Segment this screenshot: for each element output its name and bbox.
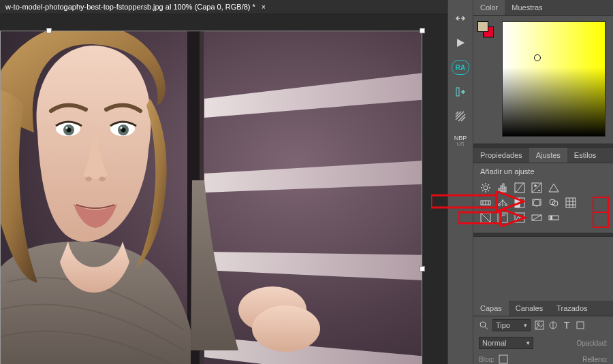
brightness-icon[interactable]: [480, 182, 491, 193]
transform-handle[interactable]: [420, 28, 425, 33]
channel-mixer-icon[interactable]: [548, 197, 559, 208]
ra-plugin-icon[interactable]: RA: [452, 60, 469, 75]
svg-marker-19: [457, 39, 465, 47]
tab-layers[interactable]: Capas: [473, 301, 509, 316]
svg-point-30: [499, 204, 501, 206]
collapse-icon[interactable]: [452, 11, 469, 26]
svg-rect-20: [456, 88, 459, 96]
vertical-icon-strip: RA NBP US: [447, 0, 473, 364]
vibrance-icon[interactable]: [548, 182, 559, 193]
gradient-map-icon[interactable]: [531, 212, 542, 223]
opacity-label: Opacidad:: [576, 340, 608, 347]
color-picker-cursor[interactable]: [534, 54, 541, 61]
filter-image-icon[interactable]: [535, 320, 544, 330]
color-lookup-icon[interactable]: [565, 197, 576, 208]
filter-type-icon[interactable]: [562, 320, 571, 330]
threshold-icon[interactable]: [514, 212, 525, 223]
blend-mode-value: Normal: [482, 339, 506, 347]
tab-color[interactable]: Color: [473, 0, 505, 15]
svg-rect-22: [499, 188, 500, 192]
selective-color-icon[interactable]: [548, 212, 559, 223]
hue-sat-icon[interactable]: [480, 197, 491, 208]
tab-paths[interactable]: Trazados: [550, 301, 594, 316]
nbp-plugin-icon[interactable]: NBP US: [452, 133, 469, 148]
transform-handle[interactable]: [420, 266, 425, 271]
blend-mode-dropdown[interactable]: Normal▾: [479, 337, 533, 349]
close-document-icon[interactable]: ×: [262, 3, 266, 11]
nbp-sublabel: US: [456, 142, 464, 147]
foreground-color-swatch[interactable]: [477, 21, 488, 32]
svg-marker-28: [549, 184, 559, 192]
exposure-icon[interactable]: [531, 182, 542, 193]
svg-rect-44: [550, 216, 552, 220]
color-panel-tabs: Color Muestras: [473, 0, 613, 16]
svg-rect-33: [515, 198, 520, 208]
svg-rect-53: [577, 322, 584, 329]
tab-adjustments[interactable]: Ajustes: [529, 148, 567, 163]
color-picker-field[interactable]: [502, 21, 606, 137]
posterize-icon[interactable]: [497, 212, 508, 223]
svg-point-51: [537, 323, 539, 325]
svg-rect-24: [503, 184, 504, 192]
lock-all-icon[interactable]: [499, 354, 508, 364]
play-icon[interactable]: [452, 35, 469, 50]
canvas-area: w-to-model-photogaphy-best-top-fstoppers…: [0, 0, 447, 364]
svg-rect-25: [505, 187, 506, 192]
tab-swatches[interactable]: Muestras: [505, 0, 549, 15]
document-title: w-to-model-photogaphy-best-top-fstoppers…: [5, 3, 255, 11]
levels-icon[interactable]: [497, 182, 508, 193]
search-icon[interactable]: [479, 320, 488, 330]
curves-icon[interactable]: [514, 182, 525, 193]
layers-panel: Capas Canales Trazados Tipo▾ Normal▾: [473, 301, 613, 364]
add-tool-icon[interactable]: [452, 84, 469, 99]
fill-label: Relleno:: [582, 356, 608, 363]
svg-point-31: [505, 204, 507, 206]
svg-point-21: [484, 186, 488, 190]
svg-rect-23: [501, 186, 502, 192]
tab-properties[interactable]: Propiedades: [473, 148, 529, 163]
photo-filter-icon[interactable]: [531, 197, 542, 208]
filter-adjust-icon[interactable]: [548, 320, 558, 330]
adjustments-panel: Propiedades Ajustes Estilos Añadir un aj…: [473, 148, 613, 233]
hatch-icon[interactable]: [452, 109, 469, 124]
foreground-background-swatch[interactable]: [477, 21, 495, 39]
right-panels: Color Muestras Propiedades Ajustes Est: [473, 0, 613, 364]
lock-label: Bloq:: [479, 356, 494, 363]
tab-channels[interactable]: Canales: [509, 301, 550, 316]
svg-rect-38: [566, 198, 576, 208]
color-panel: Color Muestras: [473, 0, 613, 137]
adjustment-icon-grid: [473, 182, 613, 223]
color-balance-icon[interactable]: [497, 197, 508, 208]
document-tab[interactable]: w-to-model-photogaphy-best-top-fstoppers…: [0, 0, 447, 14]
svg-rect-54: [499, 355, 507, 363]
invert-icon[interactable]: [480, 212, 491, 223]
transform-handle[interactable]: [46, 28, 52, 33]
transform-bounding-box[interactable]: [0, 31, 422, 364]
svg-point-49: [480, 322, 486, 327]
layer-filter-dropdown[interactable]: Tipo▾: [492, 319, 531, 331]
viewport[interactable]: [0, 14, 447, 364]
layer-filter-label: Tipo: [496, 321, 510, 329]
tab-styles[interactable]: Estilos: [567, 148, 603, 163]
adjust-panel-tabs: Propiedades Ajustes Estilos: [473, 148, 613, 163]
layers-panel-tabs: Capas Canales Trazados: [473, 301, 613, 316]
black-white-icon[interactable]: [514, 197, 525, 208]
add-adjustment-label: Añadir un ajuste: [473, 163, 613, 178]
app-root: w-to-model-photogaphy-best-top-fstoppers…: [0, 0, 613, 364]
filter-shape-icon[interactable]: [576, 320, 585, 330]
svg-rect-40: [498, 213, 507, 222]
